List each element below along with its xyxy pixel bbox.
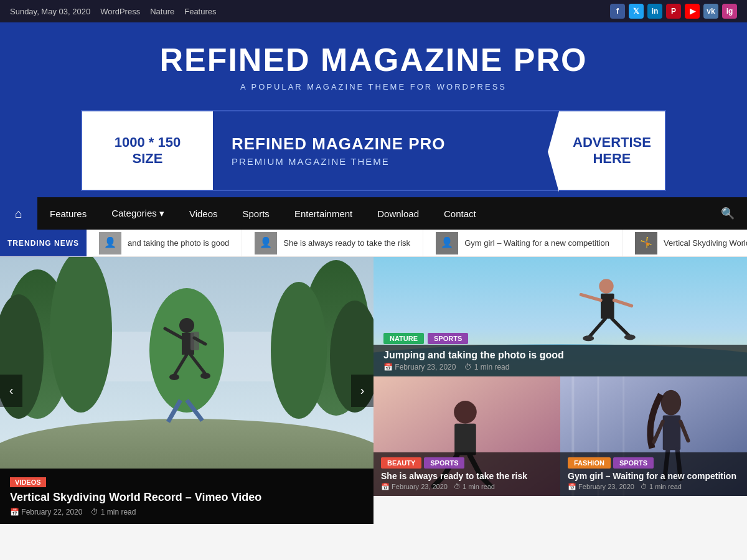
nav-features[interactable]: Features — [37, 197, 99, 230]
svg-point-38 — [624, 334, 636, 340]
featured-top-read-time: ⏱ 1 min read — [464, 363, 509, 371]
trending-text-2: She is always ready to take the risk — [283, 238, 410, 248]
pinterest-icon[interactable]: P — [666, 4, 681, 19]
svg-text:👤: 👤 — [104, 236, 116, 248]
tag-beauty[interactable]: Beauty — [381, 457, 421, 469]
trending-thumb-3: 👤 — [436, 232, 458, 254]
svg-rect-32 — [601, 294, 614, 319]
slide-date: 📅 February 22, 2020 — [10, 508, 82, 516]
tag-nature[interactable]: Nature — [383, 333, 424, 344]
svg-point-31 — [599, 279, 613, 293]
site-header: REFINED MAGAZINE PRO A POPULAR MAGAZINE … — [0, 22, 747, 104]
tag-sports-left[interactable]: Sports — [424, 457, 464, 469]
search-button[interactable]: 🔍 — [708, 207, 747, 220]
twitter-icon[interactable]: 𝕏 — [629, 4, 644, 19]
card-left-caption: Beauty Sports She is always ready to tak… — [374, 452, 560, 496]
card-right[interactable]: Fashion Sports Gym girl – Waiting for a … — [560, 376, 747, 496]
list-item[interactable]: 👤 She is always ready to take the risk — [242, 230, 423, 257]
nav-link-wordpress[interactable]: WordPress — [100, 7, 140, 16]
main-content: ‹ › Videos Vertical Skydiving World Reco… — [0, 257, 747, 524]
site-title: REFINED MAGAZINE PRO — [10, 41, 737, 78]
tag-sports[interactable]: Sports — [428, 333, 468, 344]
nav-link-features[interactable]: Features — [184, 7, 216, 16]
banner-advertise[interactable]: ADVERTISEHERE — [559, 111, 665, 190]
banner-subtitle: PREMIUM MAGAZINE THEME — [232, 156, 540, 167]
home-button[interactable]: ⌂ — [0, 197, 37, 230]
svg-text:🤸: 🤸 — [640, 236, 652, 248]
card-left-meta: 📅 February 23, 2020 ⏱ 1 min read — [381, 483, 553, 491]
svg-point-26 — [200, 373, 210, 379]
svg-point-50 — [661, 390, 682, 416]
nav-sports[interactable]: Sports — [230, 197, 282, 230]
nav-categories[interactable]: Categories ▾ — [99, 197, 177, 230]
tag-sports-right[interactable]: Sports — [613, 457, 654, 469]
slide-meta: 📅 February 22, 2020 ⏱ 1 min read — [10, 508, 364, 516]
banner-mid: REFINED MAGAZINE PRO PREMIUM MAGAZINE TH… — [213, 111, 559, 190]
right-column: Nature Sports Jumping and taking the pho… — [374, 257, 747, 524]
svg-point-11 — [50, 257, 112, 413]
trending-bar: TRENDING NEWS 👤 and taking the photo is … — [0, 230, 747, 257]
vk-icon[interactable]: vk — [703, 4, 718, 19]
slider-next-button[interactable]: › — [351, 375, 374, 407]
facebook-icon[interactable]: f — [610, 4, 625, 19]
svg-rect-41 — [454, 424, 476, 455]
featured-slider: ‹ › Videos Vertical Skydiving World Reco… — [0, 257, 374, 524]
site-subtitle: A POPULAR MAGAZINE THEME FOR WORDPRESS — [10, 82, 737, 91]
featured-top-title[interactable]: Jumping and taking the photo is good — [383, 350, 737, 361]
card-left-tags: Beauty Sports — [381, 457, 553, 469]
featured-top-meta: 📅 February 23, 2020 ⏱ 1 min read — [383, 363, 737, 371]
banner-ad: 1000 * 150SIZE REFINED MAGAZINE PRO PREM… — [0, 104, 747, 197]
featured-top-tags: Nature Sports — [383, 333, 468, 344]
slider-prev-button[interactable]: ‹ — [0, 375, 22, 407]
card-right-tags: Fashion Sports — [568, 457, 740, 469]
nav-link-nature[interactable]: Nature — [150, 7, 174, 16]
slide-caption: Videos Vertical Skydiving World Record –… — [0, 469, 374, 524]
card-right-meta: 📅 February 23, 2020 ⏱ 1 min read — [568, 483, 740, 491]
card-left[interactable]: Beauty Sports She is always ready to tak… — [374, 376, 560, 496]
trending-items: 👤 and taking the photo is good 👤 She is … — [87, 230, 747, 257]
nav-download[interactable]: Download — [365, 197, 431, 230]
linkedin-icon[interactable]: in — [647, 4, 662, 19]
list-item[interactable]: 👤 Gym girl – Waiting for a new competiti… — [423, 230, 622, 257]
trending-label: TRENDING NEWS — [0, 230, 87, 257]
date-display: Sunday, May 03, 2020 — [10, 7, 90, 16]
nav-contact[interactable]: Contact — [431, 197, 489, 230]
card-left-date: 📅 February 23, 2020 — [381, 483, 448, 491]
tag-fashion[interactable]: Fashion — [568, 457, 611, 469]
trending-thumb-4: 🤸 — [635, 232, 657, 254]
card-right-title[interactable]: Gym girl – Waiting for a new competition — [568, 471, 740, 481]
instagram-icon[interactable]: ig — [722, 4, 737, 19]
list-item[interactable]: 🤸 Vertical Skydiving World Rec — [622, 230, 747, 257]
featured-top-date: 📅 February 23, 2020 — [383, 363, 456, 371]
main-nav: ⌂ Features Categories ▾ Videos Sports En… — [0, 197, 747, 230]
nav-entertainment[interactable]: Entertainment — [282, 197, 365, 230]
nav-videos[interactable]: Videos — [177, 197, 230, 230]
card-right-read-time: ⏱ 1 min read — [641, 483, 682, 491]
bottom-cards: Beauty Sports She is always ready to tak… — [374, 376, 747, 496]
card-left-read-time: ⏱ 1 min read — [454, 483, 495, 491]
banner-inner: 1000 * 150SIZE REFINED MAGAZINE PRO PREM… — [81, 110, 666, 191]
svg-point-40 — [454, 401, 477, 424]
slide-title[interactable]: Vertical Skydiving World Record – Vimeo … — [10, 491, 364, 504]
search-icon: 🔍 — [721, 207, 735, 220]
svg-point-14 — [271, 282, 327, 419]
svg-point-18 — [179, 318, 194, 333]
banner-title: REFINED MAGAZINE PRO — [232, 134, 540, 154]
slide-image — [0, 257, 374, 469]
top-bar-left: Sunday, May 03, 2020 WordPress Nature Fe… — [10, 7, 217, 16]
trending-text-3: Gym girl – Waiting for a new competition — [464, 238, 609, 248]
banner-size-label: 1000 * 150SIZE — [82, 111, 213, 190]
card-left-title[interactable]: She is always ready to take the risk — [381, 471, 553, 481]
home-icon: ⌂ — [15, 207, 22, 221]
nav-items: Features Categories ▾ Videos Sports Ente… — [37, 197, 708, 230]
trending-text-4: Vertical Skydiving World Rec — [664, 238, 747, 248]
trending-thumb-2: 👤 — [255, 232, 277, 254]
slide-read-time: ⏱ 1 min read — [91, 508, 136, 516]
featured-top-caption: Jumping and taking the photo is good 📅 F… — [374, 345, 747, 376]
youtube-icon[interactable]: ▶ — [685, 4, 700, 19]
featured-top[interactable]: Nature Sports Jumping and taking the pho… — [374, 257, 747, 376]
card-right-date: 📅 February 23, 2020 — [568, 483, 634, 491]
svg-text:👤: 👤 — [441, 236, 453, 248]
svg-point-25 — [169, 374, 179, 380]
list-item[interactable]: 👤 and taking the photo is good — [87, 230, 242, 257]
